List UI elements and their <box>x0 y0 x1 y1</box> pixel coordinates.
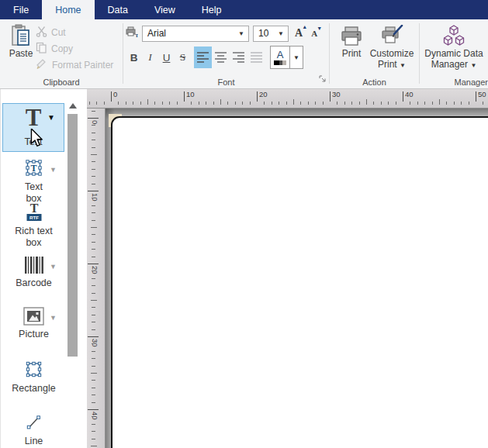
align-left-button[interactable] <box>194 47 212 68</box>
cut-label: Cut <box>51 27 66 38</box>
ruler-tick <box>88 264 99 264</box>
scrollbar-thumb[interactable] <box>67 114 78 357</box>
align-justify-button[interactable] <box>247 47 265 68</box>
ruler-label: 10 <box>186 90 195 98</box>
ruler-tick <box>133 102 133 105</box>
ruler-label: 30 <box>332 90 341 98</box>
toolbox-item-label: box <box>1 237 67 249</box>
ruler-tick <box>118 102 119 105</box>
copy-icon <box>36 42 47 56</box>
align-center-button[interactable] <box>212 47 230 68</box>
font-color-split-button[interactable]: A ▼ <box>270 46 303 69</box>
scrollbar-up-arrow-icon[interactable] <box>69 103 77 109</box>
barcode-icon <box>24 256 44 277</box>
ruler-tick <box>381 102 382 105</box>
ruler-tick <box>92 198 95 198</box>
menu-tab-data[interactable]: Data <box>95 0 141 19</box>
italic-button[interactable]: I <box>142 47 158 68</box>
ruler-tick <box>235 102 236 105</box>
format-painter-label: Format Painter <box>52 60 113 71</box>
svg-text:T: T <box>29 202 38 215</box>
ruler-tick <box>257 91 258 102</box>
ruler-tick <box>476 91 476 102</box>
toolbox-item-label: Text <box>1 181 67 193</box>
toolbox-item-rectangle[interactable]: Rectangle <box>1 359 67 395</box>
ruler-tick <box>92 140 95 140</box>
toolbox-scrollbar[interactable] <box>67 89 79 448</box>
menu-tab-home[interactable]: Home <box>42 0 94 19</box>
chevron-down-icon[interactable]: ▼ <box>50 312 57 324</box>
toolbox-item-text[interactable]: T▼Text <box>2 103 64 152</box>
toolbox-item-picture[interactable]: ▼Picture <box>1 307 67 340</box>
manage-group-label: Manager <box>420 78 488 87</box>
print-button[interactable]: Print <box>337 23 365 59</box>
toolbox-item-label: Rectangle <box>1 383 67 395</box>
copy-button[interactable]: Copy <box>36 40 113 57</box>
font-color-bar <box>274 60 286 65</box>
ruler-tick <box>147 99 148 105</box>
ruler-tick <box>111 91 112 102</box>
ruler-label: 50 <box>478 90 486 98</box>
vertical-ruler: 010203040 <box>87 109 106 448</box>
chevron-down-icon[interactable]: ▼ <box>50 164 57 175</box>
ruler-tick <box>92 307 95 308</box>
menu-tab-file[interactable]: File <box>0 0 42 19</box>
ruler-tick <box>92 220 95 221</box>
text-box-icon: T <box>23 157 44 181</box>
toolbox-item-line[interactable]: Line <box>1 412 67 447</box>
ruler-tick <box>92 271 95 271</box>
ruler-tick <box>104 102 105 105</box>
ruler-tick <box>388 102 389 105</box>
ruler-tick <box>169 102 170 105</box>
ruler-tick <box>92 329 95 330</box>
align-right-button[interactable] <box>230 47 247 68</box>
paste-icon <box>6 23 36 48</box>
customize-print-label-2: Print <box>378 59 397 70</box>
grow-font-arrow-icon: ▲ <box>302 24 307 30</box>
ruler-tick <box>432 102 433 105</box>
ruler-tick <box>92 133 95 133</box>
group-clipboard: Paste Cut Copy <box>0 19 123 88</box>
font-family-select[interactable]: Arial ▼ <box>142 26 249 42</box>
toolbox-item-barcode[interactable]: ▼Barcode <box>1 256 67 289</box>
rich-text-box-icon: T RTF <box>24 202 44 226</box>
ruler-tick <box>89 102 90 105</box>
chevron-down-icon[interactable]: ▼ <box>47 113 55 122</box>
underline-button[interactable]: U <box>158 47 175 68</box>
cut-button[interactable]: Cut <box>36 24 113 40</box>
ruler-tick <box>92 402 95 403</box>
picture-icon <box>23 307 44 329</box>
font-color-dropdown[interactable]: ▼ <box>289 47 303 68</box>
format-painter-button[interactable]: Format Painter <box>36 57 113 73</box>
chevron-down-icon: ▼ <box>278 30 284 37</box>
chevron-down-icon[interactable]: ▼ <box>50 261 57 273</box>
strikethrough-button[interactable]: S <box>175 47 191 68</box>
ruler-tick <box>199 102 199 105</box>
bold-button[interactable]: B <box>126 47 142 68</box>
toolbox-item-label: Rich text <box>1 226 67 237</box>
font-size-select[interactable]: 10 ▼ <box>253 26 289 42</box>
ruler-tick <box>272 102 272 105</box>
paste-button[interactable]: Paste <box>6 23 36 59</box>
shrink-font-button[interactable]: A▼ <box>309 29 320 38</box>
ruler-tick <box>250 102 251 105</box>
dynamic-data-manager-button[interactable]: Dynamic Data Manager ▼ <box>421 23 486 71</box>
toolbox-item-text-box[interactable]: T ▼Textbox <box>1 157 67 205</box>
ruler-tick <box>366 99 367 105</box>
ruler-label: 0 <box>91 120 99 124</box>
font-dialog-launcher[interactable] <box>319 72 327 86</box>
grow-font-button[interactable]: A▲ <box>292 27 305 40</box>
menu-tab-view[interactable]: View <box>141 0 189 19</box>
printer-font-icon: T <box>126 26 138 41</box>
toolbox-item-rich-text-box[interactable]: T RTFRich textbox <box>1 202 67 249</box>
ruler-tick <box>91 227 97 228</box>
ruler-tick <box>446 102 447 105</box>
label-design-page[interactable] <box>111 116 488 448</box>
svg-text:T: T <box>30 163 36 174</box>
chevron-down-icon: ▼ <box>470 62 476 69</box>
menu-tab-help[interactable]: Help <box>189 0 235 19</box>
customize-print-button[interactable]: Customize Print ▼ <box>367 23 417 71</box>
ruler-tick <box>424 102 425 105</box>
font-color-button[interactable]: A <box>271 47 289 68</box>
ddm-label-1: Dynamic Data <box>421 48 486 59</box>
